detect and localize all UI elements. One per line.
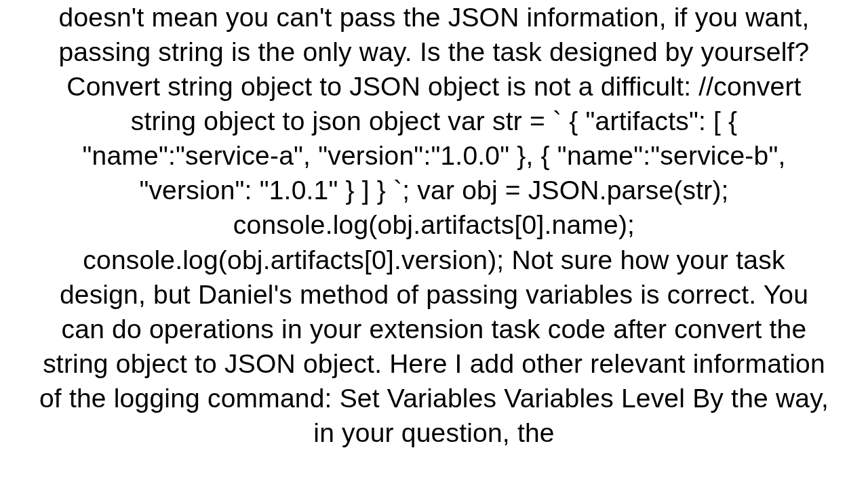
document-body-text: doesn't mean you can't pass the JSON inf…	[0, 0, 868, 450]
